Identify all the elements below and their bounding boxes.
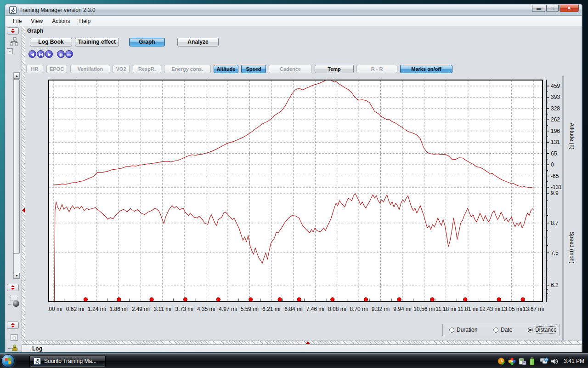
toggle-cadence[interactable]: Cadence — [269, 65, 312, 73]
svg-text:0.62 mi: 0.62 mi — [66, 306, 84, 312]
red-down-arrow-icon — [11, 326, 15, 328]
svg-text:7.5: 7.5 — [551, 250, 559, 256]
radio-label: Duration — [457, 327, 477, 333]
svg-text:13.05 mi: 13.05 mi — [501, 306, 522, 312]
page-title: Graph — [27, 28, 43, 34]
toggle-marks-on-off[interactable]: Marks on/off — [400, 65, 452, 73]
svg-text:8.08 mi: 8.08 mi — [328, 306, 346, 312]
svg-text:4.35 mi: 4.35 mi — [197, 306, 215, 312]
toggle-altitude[interactable]: Altitude — [214, 65, 238, 73]
step-back-button[interactable] — [28, 50, 36, 58]
radio-circle[interactable] — [493, 328, 498, 333]
start-button[interactable] — [1, 354, 15, 368]
svg-text:196: 196 — [551, 128, 560, 134]
svg-text:12.43 mi: 12.43 mi — [479, 306, 500, 312]
collapse-panel3-button[interactable] — [7, 322, 19, 329]
collapse-tree-button[interactable]: − — [7, 48, 13, 54]
svg-text:0.00 mi: 0.00 mi — [48, 306, 62, 312]
zoom-out-button[interactable] — [65, 50, 73, 58]
toggle-energy-cons-[interactable]: Energy cons. — [164, 65, 211, 73]
close-button[interactable]: ✕ — [560, 5, 579, 12]
scroll-down-button[interactable]: ▼ — [14, 273, 20, 279]
trackball-icon[interactable] — [13, 300, 19, 307]
tab-log-book[interactable]: Log Book — [30, 38, 72, 46]
svg-text:6.84 mi: 6.84 mi — [284, 306, 302, 312]
window-title: Training Manager version 2.3.0 — [19, 7, 96, 13]
scrollbar-thumb[interactable] — [14, 79, 20, 254]
svg-text:8.70 mi: 8.70 mi — [350, 306, 368, 312]
runner-app-icon — [34, 357, 41, 365]
app-window: Training Manager version 2.3.0 ▬ ▢ ✕ Fil… — [5, 4, 582, 352]
vertical-splitter[interactable] — [21, 26, 25, 339]
toggle-hr[interactable]: HR — [26, 65, 43, 73]
radio-label: Distance — [535, 327, 557, 333]
taskbar: Suunto Training Ma... 3:41 PM — [0, 353, 588, 368]
windows-logo-icon — [5, 358, 11, 364]
toggle-ventilation[interactable]: Ventilation — [70, 65, 110, 73]
svg-text:8.7: 8.7 — [551, 220, 559, 226]
svg-text:10.56 mi: 10.56 mi — [413, 306, 435, 312]
svg-text:1.86 mi: 1.86 mi — [110, 306, 128, 312]
log-panel-title: Log — [32, 345, 42, 352]
menu-item-file[interactable]: File — [8, 17, 26, 26]
menu-item-actions[interactable]: Actions — [47, 17, 74, 26]
radio-label: Date — [501, 327, 512, 333]
tab-training-effect[interactable]: Training effect — [75, 38, 119, 46]
tab-analyze[interactable]: Analyze — [177, 38, 219, 46]
toggle-respr-[interactable]: RespR. — [133, 65, 161, 73]
collapse-panel2-button[interactable] — [7, 284, 19, 291]
zoom-in-button[interactable] — [57, 50, 65, 58]
chart-area[interactable]: 459393328262196131650-65-1319.98.77.56.2… — [48, 80, 581, 319]
svg-text:6.21 mi: 6.21 mi — [262, 306, 280, 312]
svg-text:9.9: 9.9 — [551, 190, 559, 196]
system-tray: 3:41 PM — [498, 354, 584, 368]
menu-item-help[interactable]: Help — [75, 17, 96, 26]
red-down-arrow-icon — [11, 31, 15, 33]
sidebar-scrollbar[interactable]: ▲ ▼ — [13, 72, 20, 279]
splitter-collapse-arrow-icon[interactable] — [305, 341, 310, 344]
svg-text:9.32 mi: 9.32 mi — [372, 306, 390, 312]
radio-duration[interactable]: Duration — [449, 327, 477, 333]
dotted-connector — [8, 304, 16, 305]
svg-text:6.2: 6.2 — [551, 282, 559, 288]
svg-text:459: 459 — [551, 83, 560, 89]
svg-text:11.81 mi: 11.81 mi — [458, 306, 478, 312]
battery-icon[interactable] — [529, 357, 537, 365]
user-icon[interactable] — [12, 345, 17, 351]
toggle-vo2[interactable]: VO2 — [113, 65, 130, 73]
splitter-collapse-arrow-icon[interactable] — [22, 208, 25, 213]
step-forward-button[interactable] — [45, 50, 53, 58]
graph-canvas[interactable]: 459393328262196131650-65-1319.98.77.56.2… — [48, 80, 581, 319]
svg-text:13.67 mi: 13.67 mi — [523, 306, 544, 312]
network-icon[interactable] — [540, 357, 548, 365]
collapse-panel-button[interactable] — [7, 27, 19, 34]
svg-text:11.18 mi: 11.18 mi — [435, 306, 456, 312]
tab-graph[interactable]: Graph — [129, 38, 165, 46]
taskbar-app-button[interactable]: Suunto Training Ma... — [29, 355, 106, 367]
update-clock-icon[interactable] — [498, 357, 505, 365]
log-panel-header[interactable]: Log — [22, 345, 582, 352]
title-bar[interactable]: Training Manager version 2.3.0 ▬ ▢ ✕ — [6, 5, 582, 16]
svg-text:Speed (mph): Speed (mph) — [569, 231, 575, 263]
maximize-button[interactable]: ▢ — [546, 5, 559, 12]
export-window-icon[interactable] — [11, 334, 18, 341]
horizontal-splitter[interactable] — [22, 340, 582, 345]
menu-item-view[interactable]: View — [26, 17, 47, 26]
toggle-temp[interactable]: Temp — [315, 65, 354, 73]
radio-circle[interactable] — [528, 328, 533, 333]
scroll-up-button[interactable]: ▲ — [14, 73, 20, 79]
media-pinwheel-icon[interactable] — [508, 357, 516, 365]
radio-circle[interactable] — [449, 328, 454, 333]
jump-marks-button[interactable] — [37, 50, 45, 58]
minimize-button[interactable]: ▬ — [532, 5, 545, 12]
radio-distance[interactable]: Distance — [528, 327, 557, 333]
left-sidebar: − ▲ ▼ — [6, 26, 21, 339]
toggle-speed[interactable]: Speed — [241, 65, 266, 73]
volume-icon[interactable] — [550, 357, 558, 365]
toggle-epoc[interactable]: EPOC — [46, 65, 67, 73]
toggle-r-r[interactable]: R - R — [356, 65, 397, 73]
radio-date[interactable]: Date — [493, 327, 512, 333]
tree-view-icon[interactable] — [10, 37, 19, 46]
svg-text:Altitude (ft): Altitude (ft) — [569, 123, 575, 150]
memory-card-icon[interactable] — [519, 357, 526, 365]
